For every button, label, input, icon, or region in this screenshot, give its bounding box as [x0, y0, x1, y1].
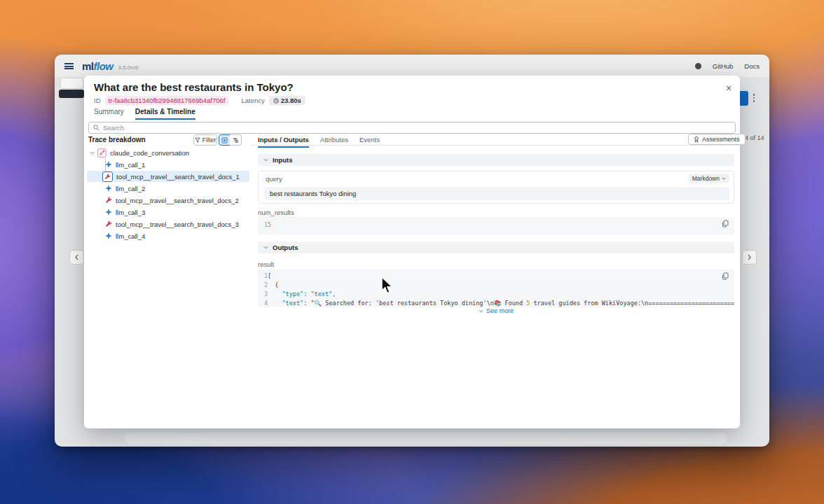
- code-text: [: [268, 272, 271, 281]
- trace-search-input[interactable]: Search: [88, 122, 736, 134]
- line-number: 3: [258, 290, 268, 299]
- span-detail-tabs: Inputs / Outputs Attributes Events: [258, 136, 380, 148]
- tree-row-tool-1[interactable]: tool_mcp__travel__search_travel_docs_1: [87, 171, 249, 182]
- tool-icon: [102, 172, 113, 182]
- trace-breakdown-header: Trace breakdown: [88, 136, 146, 144]
- query-field-card: query Markdown best restaurants Tokyo di…: [258, 171, 734, 204]
- tree-row-conversation[interactable]: claude_code_conversation: [87, 147, 249, 158]
- inputs-section-header[interactable]: Inputs: [258, 154, 734, 166]
- code-string: "text",: [310, 290, 336, 299]
- code-text: :: [303, 290, 310, 299]
- copy-button[interactable]: [722, 220, 729, 229]
- outputs-section-label: Outputs: [273, 244, 298, 251]
- span-label: tool_mcp__travel__search_travel_docs_3: [116, 220, 239, 228]
- markdown-dropdown[interactable]: Markdown: [689, 174, 729, 183]
- app-search-fragment: [60, 78, 83, 89]
- previous-trace-button[interactable]: [69, 250, 84, 265]
- assessments-button[interactable]: Assessments: [688, 134, 746, 145]
- result-label: result: [258, 260, 274, 268]
- agent-icon: [97, 148, 107, 158]
- assessments-label: Assessments: [702, 136, 740, 143]
- num-results-value: 5: [268, 220, 271, 230]
- query-label: query: [266, 175, 282, 183]
- modal-tabs: Summary Details & Timeline: [94, 108, 195, 120]
- result-code-block: 1[ 2 { 3 "type": "text", 4 "text": "🔍 Se…: [258, 270, 734, 307]
- mouse-cursor: [379, 276, 394, 295]
- line-number: 1: [258, 272, 268, 281]
- outputs-section-header[interactable]: Outputs: [258, 241, 734, 253]
- app-banner-fragment: [59, 90, 84, 98]
- copy-button[interactable]: [722, 272, 729, 281]
- filter-funnel-icon: [195, 137, 200, 143]
- theme-toggle-icon[interactable]: [695, 63, 701, 69]
- chevron-down-icon: [722, 177, 726, 180]
- llm-icon: [105, 161, 112, 168]
- chevron-down-icon: [90, 151, 95, 155]
- filter-button[interactable]: Filter: [193, 134, 217, 146]
- tree-row-llm-call-4[interactable]: llm_call_4: [87, 230, 249, 241]
- next-trace-button[interactable]: [742, 250, 757, 265]
- span-label: claude_code_conversation: [110, 149, 189, 157]
- filter-label: Filter: [202, 136, 217, 144]
- line-number: 1: [258, 220, 268, 230]
- clock-icon: [273, 98, 279, 104]
- latency-value: 23.80s: [281, 97, 301, 104]
- chevron-down-icon: [263, 158, 268, 162]
- timeline-view-toggle[interactable]: [230, 134, 242, 146]
- tool-icon: [105, 220, 112, 227]
- app-top-bar: mlflow 3.5.0rc0 GitHub Docs: [55, 55, 769, 77]
- trace-id-chip[interactable]: tr-faa8cb31340fb29948817669b4af706f: [105, 96, 229, 105]
- docs-link[interactable]: Docs: [744, 62, 760, 70]
- tool-icon: [105, 197, 112, 204]
- modal-title: What are the best restaurants in Tokyo?: [94, 81, 294, 93]
- kebab-menu-icon[interactable]: [751, 92, 757, 104]
- inputs-section-label: Inputs: [273, 156, 293, 164]
- span-label: llm_call_1: [116, 161, 145, 169]
- query-value: best restaurants Tokyo dining: [264, 187, 729, 200]
- search-icon: [93, 125, 99, 131]
- code-key: "type": [268, 290, 303, 299]
- assessments-icon: [694, 136, 699, 143]
- llm-icon: [105, 209, 112, 216]
- mlflow-logo-flow[interactable]: flow: [94, 60, 114, 72]
- mlflow-logo[interactable]: ml: [82, 60, 94, 72]
- markdown-label: Markdown: [692, 175, 720, 182]
- trace-detail-modal: What are the best restaurants in Tokyo? …: [84, 76, 740, 428]
- trace-meta-row: ID tr-faa8cb31340fb29948817669b4af706f L…: [94, 96, 305, 105]
- span-label: llm_call_4: [116, 232, 145, 240]
- tab-details-timeline[interactable]: Details & Timeline: [135, 108, 195, 120]
- chevron-left-icon: [74, 254, 79, 260]
- github-link[interactable]: GitHub: [713, 62, 734, 70]
- tree-row-tool-2[interactable]: tool_mcp__travel__search_travel_docs_2: [87, 195, 249, 206]
- chevron-right-icon: [747, 254, 752, 260]
- desktop: mlflow 3.5.0rc0 GitHub Docs Home Experim…: [0, 0, 824, 504]
- tree-row-llm-call-1[interactable]: llm_call_1: [87, 159, 249, 170]
- tab-inputs-outputs[interactable]: Inputs / Outputs: [258, 136, 309, 148]
- see-more-link[interactable]: See more: [258, 307, 734, 314]
- code-text: {: [268, 281, 278, 290]
- id-label: ID: [94, 97, 101, 104]
- span-label: llm_call_2: [116, 185, 145, 192]
- span-label: tool_mcp__travel__search_travel_docs_1: [116, 173, 240, 181]
- span-label: tool_mcp__travel__search_travel_docs_2: [116, 197, 239, 204]
- app-footer-strip: [125, 433, 727, 444]
- num-results-code-block: 15: [258, 217, 734, 234]
- tree-row-tool-3[interactable]: tool_mcp__travel__search_travel_docs_3: [87, 218, 249, 230]
- latency-chip: 23.80s: [269, 96, 305, 105]
- chevron-down-icon: [479, 309, 483, 313]
- search-placeholder: Search: [103, 124, 124, 132]
- tree-row-llm-call-3[interactable]: llm_call_3: [87, 206, 249, 218]
- tree-row-llm-call-2[interactable]: llm_call_2: [87, 183, 249, 194]
- tab-attributes[interactable]: Attributes: [320, 136, 348, 148]
- tree-view-icon: [221, 137, 228, 144]
- query-value-text: best restaurants Tokyo dining: [270, 190, 356, 197]
- tab-events[interactable]: Events: [359, 136, 380, 148]
- close-icon[interactable]: ×: [722, 81, 736, 95]
- menu-icon[interactable]: [64, 63, 74, 69]
- line-number: 2: [258, 281, 268, 290]
- tree-view-toggle[interactable]: [219, 134, 231, 146]
- tab-summary[interactable]: Summary: [94, 108, 124, 120]
- span-label: llm_call_3: [116, 209, 145, 216]
- num-results-label: num_results: [258, 209, 294, 216]
- latency-label: Latency: [241, 97, 264, 104]
